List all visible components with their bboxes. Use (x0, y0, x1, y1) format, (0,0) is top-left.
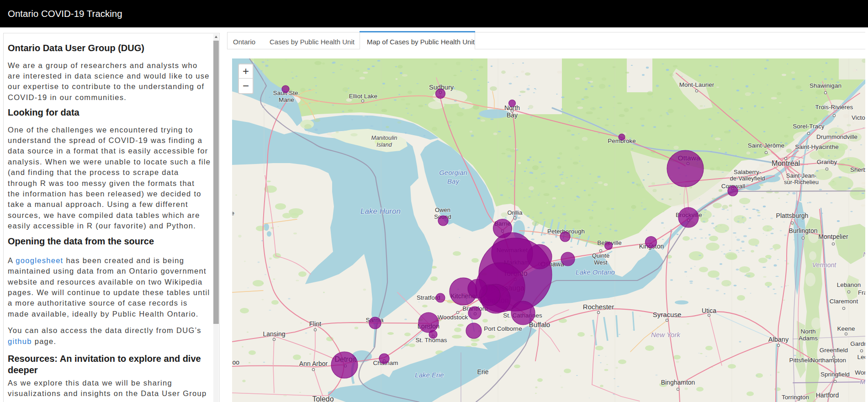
svg-text:Adams: Adams (799, 335, 818, 342)
svg-text:Saint-Jérôme: Saint-Jérôme (748, 142, 784, 149)
svg-text:Granby: Granby (817, 159, 837, 165)
svg-text:de-Valleyfield: de-Valleyfield (730, 175, 765, 182)
svg-text:Utica: Utica (702, 307, 716, 314)
svg-text:Plattsburgh: Plattsburgh (776, 212, 809, 219)
svg-text:Rochester: Rochester (583, 303, 614, 311)
svg-text:New: New (863, 251, 865, 258)
svg-text:Vermont: Vermont (812, 261, 837, 269)
svg-text:Montréal: Montréal (772, 159, 800, 167)
svg-text:Mont-Laurier: Mont-Laurier (679, 81, 715, 88)
svg-text:Hartford: Hartford (816, 391, 839, 399)
svg-text:Drummondville: Drummondville (816, 133, 857, 140)
svg-text:Worcester: Worcester (855, 369, 865, 376)
svg-text:Georgian: Georgian (439, 169, 467, 176)
svg-text:Bay: Bay (507, 111, 518, 119)
svg-text:Manitoulin: Manitoulin (371, 135, 397, 141)
svg-text:Franklin: Franklin (858, 289, 865, 296)
svg-text:Binghamton: Binghamton (661, 379, 695, 386)
svg-text:Woodstock: Woodstock (438, 314, 468, 321)
svg-text:Trois-Rivières: Trois-Rivières (815, 104, 853, 111)
svg-text:Lebanon: Lebanon (837, 281, 861, 288)
svg-text:Montpelier: Montpelier (818, 233, 848, 240)
svg-text:Springfield: Springfield (820, 371, 850, 378)
svg-text:New York: New York (651, 331, 681, 339)
svg-text:Burlington: Burlington (789, 227, 817, 234)
svg-text:Claremont: Claremont (830, 298, 858, 305)
svg-text:sur-Richelieu: sur-Richelieu (784, 179, 819, 185)
svg-text:Sherbrooke: Sherbrooke (850, 166, 865, 173)
svg-text:Greenfield: Greenfield (820, 347, 848, 354)
svg-text:Shawinigan: Shawinigan (810, 82, 842, 89)
svg-text:Toledo: Toledo (312, 395, 333, 402)
svg-text:Island: Island (376, 142, 392, 148)
svg-text:Erie: Erie (477, 368, 489, 376)
svg-text:Salaberry-: Salaberry- (734, 169, 761, 175)
svg-text:Buffalo: Buffalo (529, 321, 550, 328)
svg-text:Gardner: Gardner (850, 340, 865, 347)
svg-text:Leominster: Leominster (857, 354, 865, 360)
svg-text:Owen: Owen (435, 206, 450, 213)
svg-text:Orillia: Orillia (507, 209, 523, 216)
svg-text:Sorel-Tracy: Sorel-Tracy (793, 123, 825, 130)
svg-text:Marie: Marie (279, 96, 294, 103)
svg-text:Lansing: Lansing (263, 330, 285, 338)
svg-text:Lake Erie: Lake Erie (415, 371, 444, 379)
svg-text:Elliot Lake: Elliot Lake (349, 93, 377, 100)
svg-text:Saint-Hyacinthe: Saint-Hyacinthe (795, 143, 838, 150)
svg-text:Bay: Bay (447, 177, 460, 185)
svg-text:Keene: Keene (837, 325, 855, 332)
svg-text:se: se (232, 210, 234, 217)
svg-text:Quinte: Quinte (592, 252, 609, 259)
svg-text:Port Colborne: Port Colborne (484, 325, 522, 332)
svg-text:zoo: zoo (232, 359, 239, 366)
svg-text:Flint: Flint (309, 320, 322, 328)
svg-text:North: North (800, 328, 815, 335)
svg-text:Victoriaville: Victoriaville (852, 114, 865, 121)
svg-text:Northampton: Northampton (810, 357, 846, 364)
svg-text:Ann Arbor: Ann Arbor (299, 360, 328, 367)
svg-text:Syracuse: Syracuse (653, 311, 682, 318)
svg-text:Saint-Jean-: Saint-Jean- (786, 172, 816, 179)
svg-text:Pittsfield: Pittsfield (789, 357, 812, 364)
svg-text:Torrington: Torrington (782, 394, 809, 401)
svg-text:West: West (594, 259, 608, 266)
svg-text:Massachusetts: Massachusetts (860, 378, 865, 386)
svg-text:Lake Huron: Lake Huron (360, 207, 401, 216)
svg-text:Albany: Albany (768, 336, 789, 343)
svg-text:Lake Ontario: Lake Ontario (576, 268, 615, 276)
